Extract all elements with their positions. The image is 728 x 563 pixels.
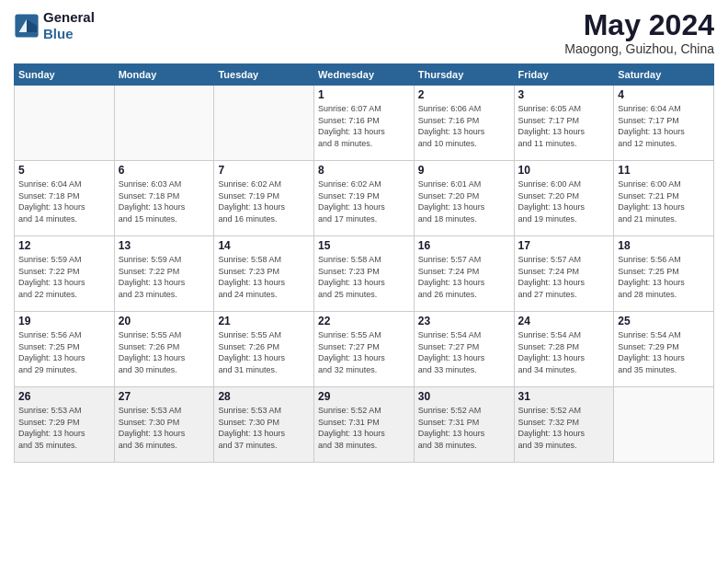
calendar-cell: 13Sunrise: 5:59 AMSunset: 7:22 PMDayligh… <box>114 236 214 312</box>
day-info: Sunrise: 6:00 AMSunset: 7:20 PMDaylight:… <box>518 178 610 224</box>
day-number: 5 <box>18 164 110 177</box>
week-row-3: 12Sunrise: 5:59 AMSunset: 7:22 PMDayligh… <box>15 236 714 312</box>
day-number: 27 <box>119 390 210 403</box>
calendar-cell: 8Sunrise: 6:02 AMSunset: 7:19 PMDaylight… <box>314 161 415 236</box>
weekday-header-row: SundayMondayTuesdayWednesdayThursdayFrid… <box>15 64 714 86</box>
calendar-cell: 10Sunrise: 6:00 AMSunset: 7:20 PMDayligh… <box>514 161 614 236</box>
week-row-4: 19Sunrise: 5:56 AMSunset: 7:25 PMDayligh… <box>15 312 714 387</box>
day-number: 13 <box>119 239 210 252</box>
calendar-cell: 21Sunrise: 5:55 AMSunset: 7:26 PMDayligh… <box>214 312 314 387</box>
week-row-5: 26Sunrise: 5:53 AMSunset: 7:29 PMDayligh… <box>15 387 714 463</box>
day-info: Sunrise: 5:54 AMSunset: 7:28 PMDaylight:… <box>518 329 610 375</box>
calendar-cell: 24Sunrise: 5:54 AMSunset: 7:28 PMDayligh… <box>514 312 614 387</box>
logo-text: General Blue <box>43 9 95 42</box>
calendar-cell: 15Sunrise: 5:58 AMSunset: 7:23 PMDayligh… <box>314 236 415 312</box>
calendar-cell: 20Sunrise: 5:55 AMSunset: 7:26 PMDayligh… <box>114 312 214 387</box>
day-number: 28 <box>218 390 310 403</box>
day-info: Sunrise: 5:55 AMSunset: 7:27 PMDaylight:… <box>318 329 410 375</box>
day-number: 22 <box>318 315 410 327</box>
weekday-header-sunday: Sunday <box>15 64 115 86</box>
day-number: 3 <box>518 88 610 101</box>
week-row-2: 5Sunrise: 6:04 AMSunset: 7:18 PMDaylight… <box>15 161 714 236</box>
day-number: 25 <box>618 315 710 327</box>
day-info: Sunrise: 5:55 AMSunset: 7:26 PMDaylight:… <box>218 329 310 375</box>
weekday-header-wednesday: Wednesday <box>314 64 415 86</box>
calendar-cell: 12Sunrise: 5:59 AMSunset: 7:22 PMDayligh… <box>15 236 115 312</box>
day-number: 1 <box>318 88 410 101</box>
day-number: 17 <box>518 239 610 252</box>
day-number: 11 <box>618 164 710 177</box>
day-info: Sunrise: 6:00 AMSunset: 7:21 PMDaylight:… <box>618 178 710 224</box>
day-number: 18 <box>618 239 710 252</box>
week-row-1: 1Sunrise: 6:07 AMSunset: 7:16 PMDaylight… <box>15 86 714 161</box>
day-info: Sunrise: 6:06 AMSunset: 7:16 PMDaylight:… <box>418 103 510 149</box>
calendar-cell: 19Sunrise: 5:56 AMSunset: 7:25 PMDayligh… <box>15 312 115 387</box>
calendar-cell: 17Sunrise: 5:57 AMSunset: 7:24 PMDayligh… <box>514 236 614 312</box>
calendar-cell <box>614 387 714 463</box>
weekday-header-thursday: Thursday <box>414 64 514 86</box>
month-title: May 2024 <box>564 9 714 41</box>
calendar-cell: 7Sunrise: 6:02 AMSunset: 7:19 PMDaylight… <box>214 161 314 236</box>
calendar-cell: 26Sunrise: 5:53 AMSunset: 7:29 PMDayligh… <box>15 387 115 463</box>
calendar-cell: 25Sunrise: 5:54 AMSunset: 7:29 PMDayligh… <box>614 312 714 387</box>
calendar-cell: 6Sunrise: 6:03 AMSunset: 7:18 PMDaylight… <box>114 161 214 236</box>
day-info: Sunrise: 6:07 AMSunset: 7:16 PMDaylight:… <box>318 103 410 149</box>
day-number: 24 <box>518 315 610 327</box>
calendar-cell: 9Sunrise: 6:01 AMSunset: 7:20 PMDaylight… <box>414 161 514 236</box>
calendar-cell: 23Sunrise: 5:54 AMSunset: 7:27 PMDayligh… <box>414 312 514 387</box>
calendar-cell: 27Sunrise: 5:53 AMSunset: 7:30 PMDayligh… <box>114 387 214 463</box>
day-info: Sunrise: 6:02 AMSunset: 7:19 PMDaylight:… <box>318 178 410 224</box>
day-number: 16 <box>418 239 510 252</box>
day-info: Sunrise: 5:53 AMSunset: 7:30 PMDaylight:… <box>119 405 210 451</box>
day-info: Sunrise: 6:04 AMSunset: 7:17 PMDaylight:… <box>618 103 710 149</box>
day-number: 23 <box>418 315 510 327</box>
calendar-cell: 4Sunrise: 6:04 AMSunset: 7:17 PMDaylight… <box>614 86 714 161</box>
calendar-cell: 31Sunrise: 5:52 AMSunset: 7:32 PMDayligh… <box>514 387 614 463</box>
day-number: 10 <box>518 164 610 177</box>
calendar-cell: 11Sunrise: 6:00 AMSunset: 7:21 PMDayligh… <box>614 161 714 236</box>
day-number: 26 <box>18 390 110 403</box>
weekday-header-saturday: Saturday <box>614 64 714 86</box>
day-info: Sunrise: 6:05 AMSunset: 7:17 PMDaylight:… <box>518 103 610 149</box>
day-info: Sunrise: 5:52 AMSunset: 7:31 PMDaylight:… <box>418 405 510 451</box>
day-info: Sunrise: 5:54 AMSunset: 7:29 PMDaylight:… <box>618 329 710 375</box>
calendar-cell: 18Sunrise: 5:56 AMSunset: 7:25 PMDayligh… <box>614 236 714 312</box>
calendar-cell: 14Sunrise: 5:58 AMSunset: 7:23 PMDayligh… <box>214 236 314 312</box>
day-info: Sunrise: 6:02 AMSunset: 7:19 PMDaylight:… <box>218 178 310 224</box>
day-info: Sunrise: 6:03 AMSunset: 7:18 PMDaylight:… <box>119 178 210 224</box>
calendar-cell: 16Sunrise: 5:57 AMSunset: 7:24 PMDayligh… <box>414 236 514 312</box>
day-info: Sunrise: 5:53 AMSunset: 7:30 PMDaylight:… <box>218 405 310 451</box>
day-number: 9 <box>418 164 510 177</box>
day-info: Sunrise: 5:59 AMSunset: 7:22 PMDaylight:… <box>119 254 210 300</box>
day-info: Sunrise: 5:54 AMSunset: 7:27 PMDaylight:… <box>418 329 510 375</box>
day-info: Sunrise: 5:52 AMSunset: 7:32 PMDaylight:… <box>518 405 610 451</box>
day-info: Sunrise: 5:57 AMSunset: 7:24 PMDaylight:… <box>418 254 510 300</box>
calendar-cell: 29Sunrise: 5:52 AMSunset: 7:31 PMDayligh… <box>314 387 415 463</box>
calendar-cell <box>114 86 214 161</box>
day-number: 21 <box>218 315 310 327</box>
title-block: May 2024 Maogong, Guizhou, China <box>564 9 714 56</box>
day-info: Sunrise: 5:52 AMSunset: 7:31 PMDaylight:… <box>318 405 410 451</box>
calendar-table: SundayMondayTuesdayWednesdayThursdayFrid… <box>14 63 714 463</box>
day-info: Sunrise: 5:58 AMSunset: 7:23 PMDaylight:… <box>218 254 310 300</box>
day-info: Sunrise: 5:58 AMSunset: 7:23 PMDaylight:… <box>318 254 410 300</box>
calendar-cell: 5Sunrise: 6:04 AMSunset: 7:18 PMDaylight… <box>15 161 115 236</box>
day-number: 15 <box>318 239 410 252</box>
day-info: Sunrise: 5:57 AMSunset: 7:24 PMDaylight:… <box>518 254 610 300</box>
day-info: Sunrise: 5:59 AMSunset: 7:22 PMDaylight:… <box>18 254 110 300</box>
day-info: Sunrise: 6:01 AMSunset: 7:20 PMDaylight:… <box>418 178 510 224</box>
header: General Blue May 2024 Maogong, Guizhou, … <box>14 9 714 56</box>
weekday-header-monday: Monday <box>114 64 214 86</box>
day-info: Sunrise: 6:04 AMSunset: 7:18 PMDaylight:… <box>18 178 110 224</box>
day-number: 6 <box>119 164 210 177</box>
calendar-cell: 1Sunrise: 6:07 AMSunset: 7:16 PMDaylight… <box>314 86 415 161</box>
day-number: 20 <box>119 315 210 327</box>
day-number: 19 <box>18 315 110 327</box>
logo-icon <box>14 13 40 39</box>
day-info: Sunrise: 5:53 AMSunset: 7:29 PMDaylight:… <box>18 405 110 451</box>
day-number: 30 <box>418 390 510 403</box>
day-info: Sunrise: 5:55 AMSunset: 7:26 PMDaylight:… <box>119 329 210 375</box>
logo: General Blue <box>14 9 95 42</box>
calendar-cell: 3Sunrise: 6:05 AMSunset: 7:17 PMDaylight… <box>514 86 614 161</box>
day-info: Sunrise: 5:56 AMSunset: 7:25 PMDaylight:… <box>18 329 110 375</box>
